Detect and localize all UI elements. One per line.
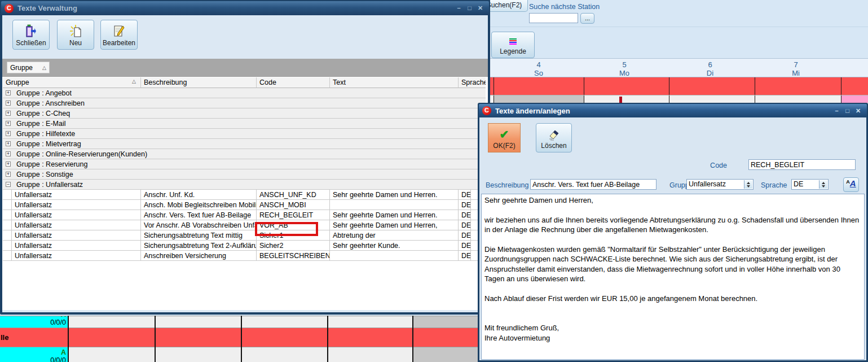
day-header-mi: 7Mi	[754, 60, 838, 77]
new-document-icon	[69, 24, 82, 38]
spinner-arrows-icon[interactable]	[819, 180, 827, 189]
close-icon[interactable]: ✕	[476, 5, 484, 12]
cell-text: Sehr geehrte Damen und Herren,	[330, 220, 459, 230]
group-row[interactable]: +Gruppe : Online-Reservierungen(Kunden)	[3, 149, 486, 159]
legende-button-label: Legende	[500, 47, 526, 55]
font-icon: A	[850, 178, 856, 189]
loeschen-button[interactable]: Löschen	[536, 123, 572, 152]
day-header-di: 6Di	[668, 60, 752, 77]
beschreibung-input[interactable]	[530, 179, 656, 190]
table-row[interactable]: UnfallersatzSicherungsabtretung Text 2-A…	[3, 241, 486, 251]
cell-sprache: DE	[459, 190, 471, 199]
day-gridline	[669, 95, 669, 103]
group-row[interactable]: +Gruppe : Mietvertrag	[3, 139, 486, 149]
titlebar[interactable]: C Texte Verwaltung – □ ✕	[1, 1, 489, 15]
timeline-marker	[619, 97, 622, 103]
ok-f2-button[interactable]: ✔ OK(F2)	[488, 123, 521, 152]
cell-gruppe: Unfallersatz	[12, 241, 141, 250]
maximize-icon[interactable]: □	[843, 107, 852, 115]
gruppe-combobox[interactable]: Unfallersatz	[686, 179, 754, 190]
edit-pencil-icon	[112, 24, 126, 38]
titlebar[interactable]: C Texte ändern/anlegen – □ ✕	[479, 104, 867, 117]
day-gridline	[841, 77, 841, 95]
bearbeiten-button[interactable]: Bearbeiten	[100, 20, 138, 50]
letter-text-editor[interactable]: Sehr geehrte Damen und Herren, wir bezie…	[481, 194, 865, 360]
table-row[interactable]: UnfallersatzAnschreiben VersicherungBEGL…	[3, 251, 486, 261]
group-by-chip[interactable]: Gruppe △	[7, 62, 50, 73]
column-header-label: Code	[259, 78, 276, 88]
group-row[interactable]: +Gruppe : Sonstige	[3, 169, 486, 180]
sort-ascending-icon: △	[42, 65, 46, 71]
font-button[interactable]: AA	[843, 177, 859, 192]
group-row[interactable]: +Gruppe : Angebot	[3, 88, 486, 98]
table-row[interactable]: UnfallersatzAnschr. Vers. Text fuer AB-B…	[3, 210, 486, 220]
spinner-arrows-icon[interactable]	[744, 180, 752, 189]
column-header-gruppe[interactable]: Gruppe △	[3, 77, 141, 88]
group-row[interactable]: −Gruppe : Unfallersatz	[3, 180, 486, 190]
column-header-label: Text	[333, 78, 346, 88]
neu-button[interactable]: Neu	[57, 20, 94, 50]
column-header-text[interactable]: Text	[330, 77, 459, 88]
group-row[interactable]: +Gruppe : Reservierung	[3, 159, 486, 169]
table-row[interactable]: UnfallersatzAnsch. Mobi Begleitschreiben…	[3, 200, 486, 210]
dispo-red-row[interactable]: lle	[0, 328, 478, 347]
table-row[interactable]: UnfallersatzVor Anschr. AB Vorabschreibe…	[3, 220, 486, 230]
cell-gruppe: Unfallersatz	[12, 190, 141, 199]
expand-plus-icon[interactable]: +	[6, 101, 11, 106]
toolbar-divider	[488, 27, 868, 27]
group-row[interactable]: +Gruppe : C-Cheq	[3, 108, 486, 119]
day-gridline	[755, 95, 755, 103]
day-name: Di	[707, 69, 713, 77]
day-gridline	[494, 95, 494, 103]
minimize-icon[interactable]: –	[455, 5, 463, 12]
red-row-label: lle	[1, 333, 8, 342]
column-header-code[interactable]: Code	[257, 77, 330, 88]
cell-gruppe: Unfallersatz	[12, 230, 141, 240]
code-label: Code	[704, 162, 727, 169]
code-input[interactable]	[748, 159, 856, 170]
expand-plus-icon[interactable]: +	[6, 90, 11, 95]
legende-button[interactable]: Legende	[491, 32, 535, 58]
band-gridline	[412, 316, 413, 362]
day-number: 4	[536, 60, 540, 69]
dispo-row[interactable]: A 0/0/0	[0, 347, 478, 362]
expand-plus-icon[interactable]: +	[6, 151, 11, 156]
table-row[interactable]: UnfallersatzAnschr. Unf. Kd.ANSCH_UNF_KD…	[3, 190, 486, 200]
group-row-label: Gruppe : Hilfetexte	[16, 130, 75, 138]
column-header-beschreibung[interactable]: Beschreibung	[141, 77, 257, 88]
cell-text: Abtretung der	[330, 230, 459, 240]
sprache-combobox[interactable]: DE	[791, 179, 829, 190]
search-station-input[interactable]	[529, 13, 578, 23]
table-rows: +Gruppe : Angebot+Gruppe : Anschreiben+G…	[3, 88, 486, 261]
expand-plus-icon[interactable]: +	[6, 121, 11, 126]
day-name: So	[534, 69, 543, 77]
maximize-icon[interactable]: □	[465, 5, 474, 12]
group-row[interactable]: +Gruppe : E-Mail	[3, 119, 486, 129]
expand-plus-icon[interactable]: +	[6, 172, 11, 177]
minimize-icon[interactable]: –	[832, 107, 841, 115]
window-title: Texte ändern/anlegen	[495, 107, 570, 115]
expand-plus-icon[interactable]: +	[6, 141, 11, 146]
cell-sprache: DE	[459, 230, 471, 240]
browse-ellipsis-button[interactable]: ...	[580, 13, 594, 24]
expand-plus-icon[interactable]: +	[6, 131, 11, 136]
group-row[interactable]: +Gruppe : Hilfetexte	[3, 129, 486, 139]
group-row[interactable]: +Gruppe : Anschreiben	[3, 98, 486, 108]
table-row[interactable]: UnfallersatzSicherungsabtretung Text mit…	[3, 230, 486, 241]
dispo-row[interactable]: A 0/0/0	[0, 316, 478, 328]
timeline-red-band[interactable]	[490, 77, 868, 95]
counter-value: 0/0/0	[50, 319, 66, 326]
schliessen-button[interactable]: Schließen	[12, 20, 50, 50]
collapse-minus-icon[interactable]: −	[6, 182, 11, 187]
cell-text: Sehr geehrte Damen und Herren.	[330, 210, 459, 220]
day-number: 7	[794, 60, 797, 69]
timeline-second-row[interactable]	[490, 95, 868, 103]
close-icon[interactable]: ✕	[854, 107, 862, 115]
cell-beschreibung: Anschreiben Versicherung	[141, 251, 257, 260]
band-gridline	[68, 316, 69, 362]
expand-plus-icon[interactable]: +	[6, 162, 11, 167]
counter-value: 0/0/0	[50, 356, 66, 362]
column-header-sprache[interactable]: Sprache	[459, 77, 486, 88]
expand-plus-icon[interactable]: +	[6, 111, 11, 116]
group-row-label: Gruppe : C-Cheq	[16, 110, 70, 117]
